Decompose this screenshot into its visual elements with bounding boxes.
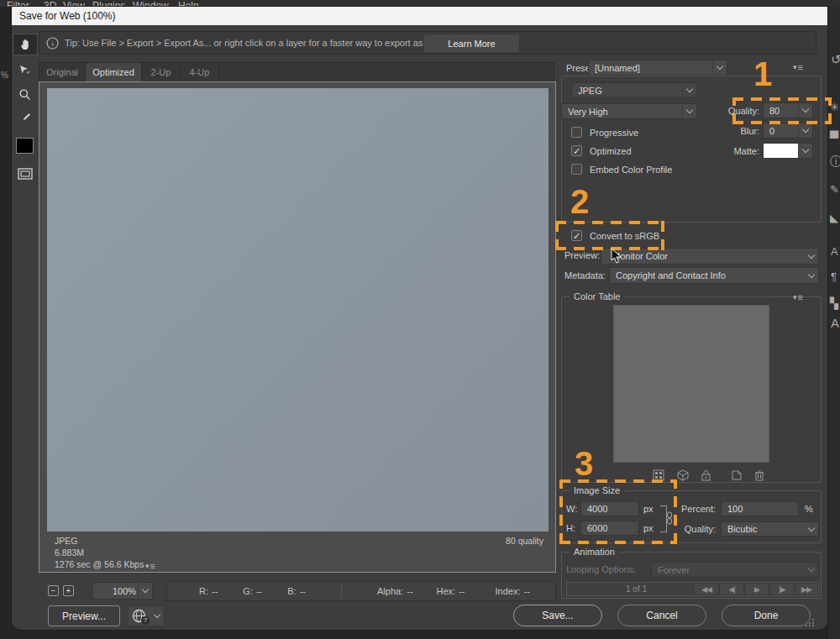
save-button[interactable]: Save... (513, 605, 602, 626)
preset-select[interactable]: [Unnamed] (588, 60, 727, 76)
preview-button-label: Preview... (62, 610, 106, 622)
alpha-label: Alpha: (377, 586, 403, 596)
convert-srgb-checkbox[interactable]: ✓ (571, 230, 582, 241)
preview-select[interactable]: Monitor Color (601, 248, 819, 265)
history-icon[interactable]: ↺ (831, 52, 840, 67)
link-dimensions-icon[interactable] (665, 511, 674, 525)
zoom-in-button[interactable]: + (63, 585, 74, 596)
hand-tool[interactable] (13, 34, 38, 55)
layers-icon[interactable]: ▚ (830, 297, 838, 310)
resize-grip[interactable] (805, 618, 815, 626)
menu-item-window[interactable]: Window (133, 0, 169, 7)
menu-item-help[interactable]: Help (178, 0, 199, 7)
quality-input[interactable]: 80 (763, 102, 813, 118)
optimized-preview-image[interactable] (47, 88, 549, 532)
hex-label: Hex: (437, 586, 456, 596)
preview-select-chevron[interactable] (804, 249, 818, 264)
tab-original[interactable]: Original (39, 63, 86, 81)
menu-item-filter[interactable]: Filter (7, 0, 29, 7)
cancel-button[interactable]: Cancel (617, 605, 706, 626)
looping-options-label: Looping Options: (566, 564, 636, 574)
done-button[interactable]: Done (722, 605, 811, 626)
blur-input[interactable]: 0 (763, 123, 813, 139)
dialog-title-bar[interactable]: Save for Web (100%) (12, 7, 827, 25)
preset-value: [Unnamed] (595, 63, 640, 73)
color-table-swatches[interactable] (613, 305, 769, 463)
convert-srgb-label: Convert to sRGB (590, 231, 659, 241)
eyedropper-tool[interactable] (13, 107, 38, 129)
chevron-down-icon (802, 126, 809, 133)
height-input[interactable]: 6000 (580, 521, 639, 536)
matte-swatch[interactable] (763, 143, 813, 159)
preview-select-label: Preview: (564, 250, 600, 260)
zoom-out-button[interactable]: − (48, 585, 59, 596)
format-select[interactable]: JPEG (571, 82, 697, 98)
compression-chevron[interactable] (682, 104, 696, 118)
embed-color-profile-label: Embed Color Profile (590, 165, 672, 175)
eyedropper-color-swatch[interactable] (16, 138, 34, 154)
view-tabs: Original Optimized 2-Up 4-Up (39, 62, 554, 81)
toggle-slices-visibility[interactable] (13, 163, 38, 185)
cancel-button-label: Cancel (646, 610, 677, 621)
menu-item-plugins[interactable]: Plugins (92, 0, 125, 7)
zoom-tool[interactable] (13, 84, 38, 106)
status-format: JPEG (55, 536, 77, 546)
metadata-select[interactable]: Copyright and Contact Info (609, 267, 819, 284)
tab-optimized[interactable]: Optimized (86, 63, 142, 81)
resample-quality-value: Bicubic (727, 524, 757, 534)
embed-color-profile-checkbox[interactable] (571, 164, 582, 175)
percent-input[interactable]: 100 (721, 501, 799, 516)
compression-select[interactable]: Very High (561, 103, 697, 119)
blur-chevron[interactable] (798, 123, 812, 138)
settings-panel-menu-icon[interactable]: ▾≡ (793, 62, 803, 72)
status-menu-icon[interactable]: ▾≡ (145, 561, 155, 571)
metadata-select-chevron[interactable] (804, 268, 818, 283)
preview-in-browser-button[interactable]: Preview... (48, 605, 120, 626)
resample-quality-select[interactable]: Bicubic (721, 521, 819, 537)
looping-chevron (804, 563, 818, 577)
tab-4up[interactable]: 4-Up (181, 63, 219, 81)
browser-select-button[interactable]: ? (128, 605, 165, 626)
preset-chevron[interactable] (712, 60, 727, 75)
tip-bar: i Tip: Use File > Export > Export As... … (39, 31, 816, 55)
paragraph-icon[interactable]: ¶ (831, 270, 837, 283)
width-value: 4000 (587, 504, 607, 514)
new-color-icon[interactable] (731, 469, 743, 481)
lock-color-icon[interactable] (701, 469, 711, 481)
tab-2up[interactable]: 2-Up (142, 63, 181, 81)
width-input[interactable]: 4000 (580, 501, 639, 516)
play-button[interactable]: ▶ (744, 583, 769, 595)
brush-icon[interactable]: ✎ (830, 183, 839, 196)
resample-chevron[interactable] (804, 522, 818, 536)
matte-chevron[interactable] (798, 144, 812, 158)
quality-chevron[interactable] (798, 103, 812, 118)
character-icon[interactable]: A (831, 316, 839, 330)
app-right-panel-strip: ↺ ✳ ▅ ⓘ ✎ ◣ A ¶ ▚ A (827, 7, 840, 639)
chevron-down-icon (802, 146, 809, 153)
delete-color-icon[interactable] (754, 469, 764, 481)
zoom-level-select[interactable]: 100% (92, 582, 153, 600)
zoom-chevron[interactable] (138, 583, 152, 599)
progressive-checkbox[interactable] (571, 127, 582, 138)
learn-more-button[interactable]: Learn More (423, 34, 520, 53)
chevron-down-icon (807, 565, 814, 572)
looping-options-value: Forever (658, 565, 690, 575)
histogram-icon[interactable]: ▅ (830, 126, 838, 139)
tip-text: Tip: Use File > Export > Export As... or… (65, 38, 440, 48)
next-frame-button[interactable]: |▶ (769, 583, 795, 595)
web-shift-icon[interactable] (677, 469, 689, 481)
color-table-menu-icon[interactable]: ▾≡ (793, 292, 803, 302)
optimized-checkbox[interactable]: ✓ (571, 145, 582, 156)
type-tool-icon[interactable]: A (831, 245, 838, 258)
previous-frame-button[interactable]: ◀| (719, 583, 744, 595)
menu-item-view[interactable]: View (63, 0, 85, 7)
format-chevron[interactable] (682, 83, 696, 97)
info-icon[interactable]: ⓘ (830, 155, 840, 170)
gradient-icon[interactable]: ◣ (830, 212, 838, 224)
first-frame-button[interactable]: ◀◀ (694, 583, 719, 595)
menu-item-3d[interactable]: 3D (44, 0, 56, 7)
slice-select-tool[interactable] (13, 59, 38, 81)
filter-icon[interactable]: ✳ (830, 101, 839, 113)
last-frame-button[interactable]: ▶▶ (795, 583, 818, 595)
dither-algorithm-icon[interactable] (653, 469, 664, 481)
